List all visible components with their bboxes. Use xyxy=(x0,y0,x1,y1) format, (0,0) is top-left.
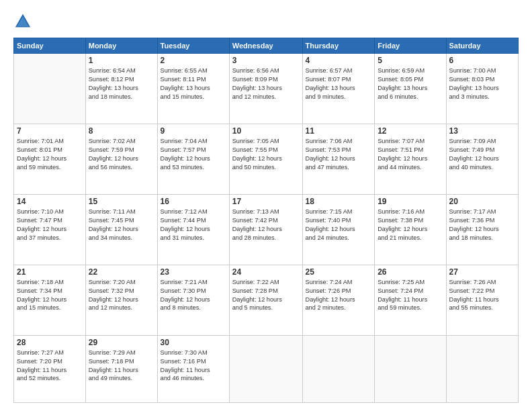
calendar-cell: 18Sunrise: 7:15 AMSunset: 7:40 PMDayligh… xyxy=(302,194,375,265)
calendar-cell: 14Sunrise: 7:10 AMSunset: 7:47 PMDayligh… xyxy=(14,194,86,265)
day-info: Sunrise: 7:16 AMSunset: 7:38 PMDaylight:… xyxy=(378,208,443,242)
day-header-thursday: Thursday xyxy=(302,38,375,54)
day-number: 15 xyxy=(89,197,154,206)
day-number: 29 xyxy=(89,338,154,347)
day-number: 2 xyxy=(161,56,226,65)
week-row-1: 7Sunrise: 7:01 AMSunset: 8:01 PMDaylight… xyxy=(14,124,519,194)
day-number: 26 xyxy=(378,267,443,277)
calendar-cell: 10Sunrise: 7:05 AMSunset: 7:55 PMDayligh… xyxy=(229,124,302,194)
day-number: 14 xyxy=(17,197,83,206)
day-number: 28 xyxy=(17,338,83,347)
calendar-cell: 2Sunrise: 6:55 AMSunset: 8:11 PMDaylight… xyxy=(157,54,229,124)
day-info: Sunrise: 7:29 AMSunset: 7:18 PMDaylight:… xyxy=(89,349,154,383)
day-info: Sunrise: 6:55 AMSunset: 8:11 PMDaylight:… xyxy=(161,66,226,101)
day-info: Sunrise: 6:56 AMSunset: 8:09 PMDaylight:… xyxy=(232,66,300,101)
logo-icon xyxy=(13,12,32,31)
day-header-monday: Monday xyxy=(85,38,157,54)
calendar-cell xyxy=(375,335,446,402)
day-header-saturday: Saturday xyxy=(446,38,519,54)
calendar-table: SundayMondayTuesdayWednesdayThursdayFrid… xyxy=(13,38,519,403)
day-number: 23 xyxy=(161,267,226,277)
day-info: Sunrise: 7:24 AMSunset: 7:26 PMDaylight:… xyxy=(306,278,372,313)
day-info: Sunrise: 7:05 AMSunset: 7:55 PMDaylight:… xyxy=(232,137,300,172)
day-info: Sunrise: 7:25 AMSunset: 7:24 PMDaylight:… xyxy=(378,278,443,313)
day-info: Sunrise: 7:13 AMSunset: 7:42 PMDaylight:… xyxy=(232,208,300,242)
calendar-cell: 1Sunrise: 6:54 AMSunset: 8:12 PMDaylight… xyxy=(85,54,157,124)
day-number: 3 xyxy=(232,56,300,65)
day-info: Sunrise: 7:06 AMSunset: 7:53 PMDaylight:… xyxy=(306,137,372,172)
calendar-cell: 25Sunrise: 7:24 AMSunset: 7:26 PMDayligh… xyxy=(302,265,375,335)
day-info: Sunrise: 7:11 AMSunset: 7:45 PMDaylight:… xyxy=(89,208,154,242)
day-number: 12 xyxy=(378,126,443,136)
day-info: Sunrise: 7:01 AMSunset: 8:01 PMDaylight:… xyxy=(17,137,83,172)
week-row-4: 28Sunrise: 7:27 AMSunset: 7:20 PMDayligh… xyxy=(14,335,519,402)
calendar-cell: 16Sunrise: 7:12 AMSunset: 7:44 PMDayligh… xyxy=(157,194,229,265)
day-info: Sunrise: 6:54 AMSunset: 8:12 PMDaylight:… xyxy=(89,66,154,101)
calendar-cell: 5Sunrise: 6:59 AMSunset: 8:05 PMDaylight… xyxy=(375,54,446,124)
calendar-cell: 23Sunrise: 7:21 AMSunset: 7:30 PMDayligh… xyxy=(157,265,229,335)
calendar-cell: 28Sunrise: 7:27 AMSunset: 7:20 PMDayligh… xyxy=(14,335,86,402)
calendar-cell: 21Sunrise: 7:18 AMSunset: 7:34 PMDayligh… xyxy=(14,265,86,335)
calendar-cell: 12Sunrise: 7:07 AMSunset: 7:51 PMDayligh… xyxy=(375,124,446,194)
day-number: 7 xyxy=(17,126,83,136)
calendar-cell xyxy=(229,335,302,402)
day-number: 11 xyxy=(306,126,372,136)
calendar-cell: 17Sunrise: 7:13 AMSunset: 7:42 PMDayligh… xyxy=(229,194,302,265)
day-info: Sunrise: 7:00 AMSunset: 8:03 PMDaylight:… xyxy=(449,66,516,101)
day-number: 9 xyxy=(161,126,226,136)
day-info: Sunrise: 7:20 AMSunset: 7:32 PMDaylight:… xyxy=(89,278,154,313)
day-number: 1 xyxy=(89,56,154,65)
page: SundayMondayTuesdayWednesdayThursdayFrid… xyxy=(0,0,532,411)
day-number: 10 xyxy=(232,126,300,136)
day-number: 5 xyxy=(378,56,443,65)
day-number: 19 xyxy=(378,197,443,206)
day-number: 16 xyxy=(161,197,226,206)
logo xyxy=(13,12,35,31)
calendar-cell: 24Sunrise: 7:22 AMSunset: 7:28 PMDayligh… xyxy=(229,265,302,335)
calendar-cell: 8Sunrise: 7:02 AMSunset: 7:59 PMDaylight… xyxy=(85,124,157,194)
calendar-cell xyxy=(14,54,86,124)
day-number: 22 xyxy=(89,267,154,277)
day-header-wednesday: Wednesday xyxy=(229,38,302,54)
calendar-cell: 22Sunrise: 7:20 AMSunset: 7:32 PMDayligh… xyxy=(85,265,157,335)
day-info: Sunrise: 7:04 AMSunset: 7:57 PMDaylight:… xyxy=(161,137,226,172)
day-info: Sunrise: 7:22 AMSunset: 7:28 PMDaylight:… xyxy=(232,278,300,313)
day-number: 25 xyxy=(306,267,372,277)
day-info: Sunrise: 7:10 AMSunset: 7:47 PMDaylight:… xyxy=(17,208,83,242)
day-info: Sunrise: 7:02 AMSunset: 7:59 PMDaylight:… xyxy=(89,137,154,172)
calendar-cell: 4Sunrise: 6:57 AMSunset: 8:07 PMDaylight… xyxy=(302,54,375,124)
day-header-friday: Friday xyxy=(375,38,446,54)
week-row-2: 14Sunrise: 7:10 AMSunset: 7:47 PMDayligh… xyxy=(14,194,519,265)
day-info: Sunrise: 7:09 AMSunset: 7:49 PMDaylight:… xyxy=(449,137,516,172)
calendar-cell: 30Sunrise: 7:30 AMSunset: 7:16 PMDayligh… xyxy=(157,335,229,402)
day-number: 27 xyxy=(449,267,516,277)
day-number: 6 xyxy=(449,56,516,65)
calendar-cell: 3Sunrise: 6:56 AMSunset: 8:09 PMDaylight… xyxy=(229,54,302,124)
calendar-cell: 26Sunrise: 7:25 AMSunset: 7:24 PMDayligh… xyxy=(375,265,446,335)
day-info: Sunrise: 7:17 AMSunset: 7:36 PMDaylight:… xyxy=(449,208,516,242)
calendar-cell: 15Sunrise: 7:11 AMSunset: 7:45 PMDayligh… xyxy=(85,194,157,265)
day-number: 8 xyxy=(89,126,154,136)
day-number: 20 xyxy=(449,197,516,206)
day-info: Sunrise: 7:27 AMSunset: 7:20 PMDaylight:… xyxy=(17,349,83,383)
day-header-sunday: Sunday xyxy=(14,38,86,54)
header xyxy=(13,12,519,31)
calendar-cell: 13Sunrise: 7:09 AMSunset: 7:49 PMDayligh… xyxy=(446,124,519,194)
day-number: 4 xyxy=(306,56,372,65)
day-info: Sunrise: 7:30 AMSunset: 7:16 PMDaylight:… xyxy=(161,349,226,383)
day-number: 30 xyxy=(161,338,226,347)
calendar-cell: 19Sunrise: 7:16 AMSunset: 7:38 PMDayligh… xyxy=(375,194,446,265)
week-row-3: 21Sunrise: 7:18 AMSunset: 7:34 PMDayligh… xyxy=(14,265,519,335)
day-number: 24 xyxy=(232,267,300,277)
day-info: Sunrise: 7:21 AMSunset: 7:30 PMDaylight:… xyxy=(161,278,226,313)
calendar-cell: 27Sunrise: 7:26 AMSunset: 7:22 PMDayligh… xyxy=(446,265,519,335)
calendar-header-row: SundayMondayTuesdayWednesdayThursdayFrid… xyxy=(14,38,519,54)
calendar-cell: 20Sunrise: 7:17 AMSunset: 7:36 PMDayligh… xyxy=(446,194,519,265)
day-number: 13 xyxy=(449,126,516,136)
calendar-cell xyxy=(302,335,375,402)
day-info: Sunrise: 7:26 AMSunset: 7:22 PMDaylight:… xyxy=(449,278,516,313)
calendar-cell: 9Sunrise: 7:04 AMSunset: 7:57 PMDaylight… xyxy=(157,124,229,194)
day-info: Sunrise: 7:15 AMSunset: 7:40 PMDaylight:… xyxy=(306,208,372,242)
day-info: Sunrise: 6:57 AMSunset: 8:07 PMDaylight:… xyxy=(306,66,372,101)
day-number: 17 xyxy=(232,197,300,206)
